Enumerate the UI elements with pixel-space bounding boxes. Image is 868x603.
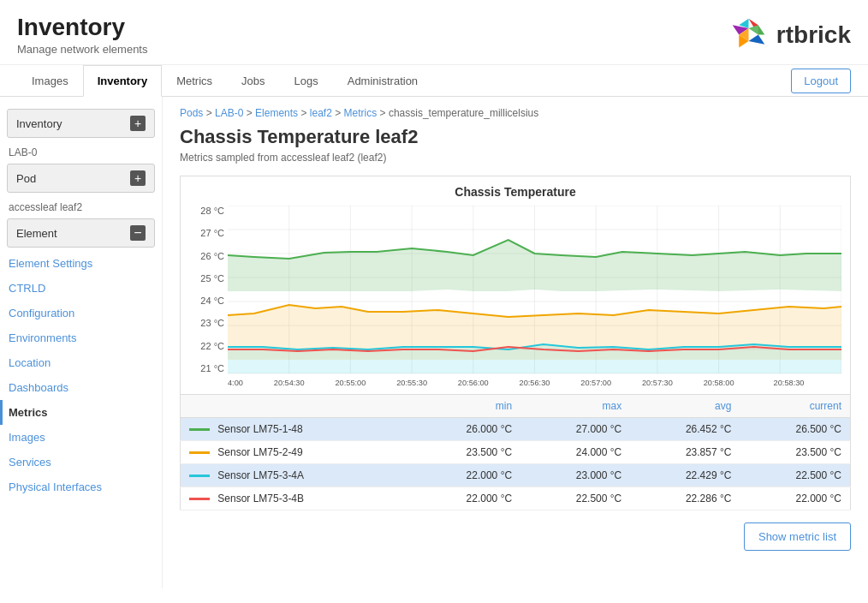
svg-marker-1 <box>758 25 765 34</box>
page-main-title: Inventory <box>17 14 147 41</box>
svg-text:20:54:00: 20:54:00 <box>228 379 243 387</box>
tab-images[interactable]: Images <box>17 65 83 96</box>
page-subtitle: Metrics sampled from accessleaf leaf2 (l… <box>180 152 851 164</box>
logo-text: rtbrick <box>776 21 851 49</box>
y-label-22: 22 °C <box>189 341 228 351</box>
tab-jobs[interactable]: Jobs <box>227 65 279 96</box>
sidebar-item-images[interactable]: Images <box>0 425 162 450</box>
logout-button[interactable]: Logout <box>791 69 851 93</box>
sensor-max-3: 23.000 °C <box>520 464 630 487</box>
sensor-color-2 <box>189 451 210 454</box>
breadcrumb-elements[interactable]: Elements <box>255 107 298 119</box>
breadcrumb-pods[interactable]: Pods <box>180 107 203 119</box>
element-dropdown[interactable]: Element − <box>7 218 155 248</box>
sensor-avg-1: 26.452 °C <box>630 418 740 441</box>
inventory-label: Inventory <box>16 117 62 130</box>
tab-administration[interactable]: Administration <box>333 65 432 96</box>
breadcrumb-current: chassis_temperature_millicelsius <box>389 107 538 119</box>
col-current: current <box>740 395 850 418</box>
element-group-label: accessleaf leaf2 <box>0 196 162 215</box>
sidebar-item-physical-interfaces[interactable]: Physical Interfaces <box>0 475 162 499</box>
sidebar-item-metrics[interactable]: Metrics <box>0 400 162 425</box>
chart-container: Chassis Temperature 28 °C 27 °C 26 °C 25… <box>180 176 851 395</box>
col-max: max <box>520 395 630 418</box>
sidebar-item-configuration[interactable]: Configuration <box>0 301 162 325</box>
sensor-max-1: 27.000 °C <box>520 418 630 441</box>
sensor-min-4: 22.000 °C <box>411 487 520 510</box>
chart-plot: 20:54:00 20:54:30 20:55:00 20:55:30 20:5… <box>228 206 841 394</box>
main-content: Pods > LAB-0 > Elements > leaf2 > Metric… <box>163 97 868 588</box>
logo: rtbrick <box>729 15 851 54</box>
inventory-dropdown[interactable]: Inventory + <box>7 109 155 138</box>
tab-logs[interactable]: Logs <box>280 65 333 96</box>
sidebar-item-services[interactable]: Services <box>0 450 162 475</box>
y-label-28: 28 °C <box>189 206 228 216</box>
sensor-current-3: 22.500 °C <box>740 464 850 487</box>
sensor-color-1 <box>189 428 210 431</box>
sensor-current-1: 26.500 °C <box>740 418 850 441</box>
sidebar-item-environments[interactable]: Environments <box>0 325 162 350</box>
col-sensor <box>181 395 411 418</box>
sensor-name-2: Sensor LM75-2-49 <box>181 441 411 464</box>
sidebar: Inventory + LAB-0 Pod + accessleaf leaf2… <box>0 97 163 588</box>
element-minus-button[interactable]: − <box>130 225 146 241</box>
nav-tabs: Images Inventory Metrics Jobs Logs Admin… <box>0 65 868 97</box>
sensor-avg-4: 22.286 °C <box>630 487 740 510</box>
svg-text:20:58:00: 20:58:00 <box>704 379 734 387</box>
pod-plus-button[interactable]: + <box>130 170 146 186</box>
chart-title: Chassis Temperature <box>189 185 841 199</box>
sensor-name-3: Sensor LM75-3-4A <box>181 464 411 487</box>
svg-marker-2 <box>748 35 764 45</box>
header-title-block: Inventory Manage network elements <box>17 14 147 56</box>
svg-text:20:56:00: 20:56:00 <box>458 379 489 387</box>
sensor-max-2: 24.000 °C <box>520 441 630 464</box>
table-row: Sensor LM75-3-4A 22.000 °C 23.000 °C 22.… <box>181 464 851 487</box>
lab-label: LAB-0 <box>0 141 162 160</box>
sensor-color-4 <box>189 498 210 500</box>
breadcrumb-lab0[interactable]: LAB-0 <box>215 107 243 119</box>
sensor-avg-3: 22.429 °C <box>630 464 740 487</box>
sidebar-item-element-settings[interactable]: Element Settings <box>0 251 162 276</box>
inventory-plus-button[interactable]: + <box>130 116 146 131</box>
sensor-current-2: 23.500 °C <box>740 441 850 464</box>
sidebar-item-dashboards[interactable]: Dashboards <box>0 375 162 400</box>
y-label-27: 27 °C <box>189 228 228 238</box>
sensor-current-4: 22.000 °C <box>740 487 850 510</box>
y-axis: 28 °C 27 °C 26 °C 25 °C 24 °C 23 °C 22 °… <box>189 206 228 394</box>
logo-icon <box>729 15 768 54</box>
svg-text:20:57:00: 20:57:00 <box>580 379 611 387</box>
sidebar-item-location[interactable]: Location <box>0 350 162 375</box>
y-label-21: 21 °C <box>189 363 228 373</box>
breadcrumb: Pods > LAB-0 > Elements > leaf2 > Metric… <box>180 107 851 119</box>
sensor-avg-2: 23.857 °C <box>630 441 740 464</box>
metrics-table: min max avg current Sensor LM75-1-48 26.… <box>180 395 851 510</box>
y-label-24: 24 °C <box>189 296 228 306</box>
svg-text:20:55:30: 20:55:30 <box>396 379 427 387</box>
page-main-subtitle: Manage network elements <box>17 43 147 56</box>
page-title: Chassis Temperature leaf2 <box>180 126 851 148</box>
breadcrumb-metrics[interactable]: Metrics <box>344 107 378 119</box>
pod-dropdown[interactable]: Pod + <box>7 164 155 193</box>
chart-area: 28 °C 27 °C 26 °C 25 °C 24 °C 23 °C 22 °… <box>189 206 841 394</box>
sensor-min-3: 22.000 °C <box>411 464 520 487</box>
table-row: Sensor LM75-3-4B 22.000 °C 22.500 °C 22.… <box>181 487 851 510</box>
col-min: min <box>411 395 520 418</box>
svg-text:20:55:00: 20:55:00 <box>335 379 366 387</box>
sensor-name-4: Sensor LM75-3-4B <box>181 487 411 510</box>
tab-metrics[interactable]: Metrics <box>162 65 227 96</box>
svg-text:20:58:30: 20:58:30 <box>774 379 805 387</box>
table-row: Sensor LM75-1-48 26.000 °C 27.000 °C 26.… <box>181 418 851 441</box>
svg-text:20:57:30: 20:57:30 <box>642 379 673 387</box>
sensor-min-1: 26.000 °C <box>411 418 520 441</box>
pod-label: Pod <box>16 172 36 185</box>
y-label-23: 23 °C <box>189 318 228 328</box>
svg-text:20:56:30: 20:56:30 <box>520 379 550 387</box>
tab-inventory[interactable]: Inventory <box>83 65 163 97</box>
sidebar-item-ctrld[interactable]: CTRLD <box>0 276 162 301</box>
show-metric-list-button[interactable]: Show metric list <box>744 522 851 551</box>
breadcrumb-leaf2[interactable]: leaf2 <box>310 107 332 119</box>
element-label: Element <box>16 227 57 240</box>
y-label-25: 25 °C <box>189 273 228 284</box>
table-row: Sensor LM75-2-49 23.500 °C 24.000 °C 23.… <box>181 441 851 464</box>
chart-svg: 20:54:00 20:54:30 20:55:00 20:55:30 20:5… <box>228 206 841 394</box>
